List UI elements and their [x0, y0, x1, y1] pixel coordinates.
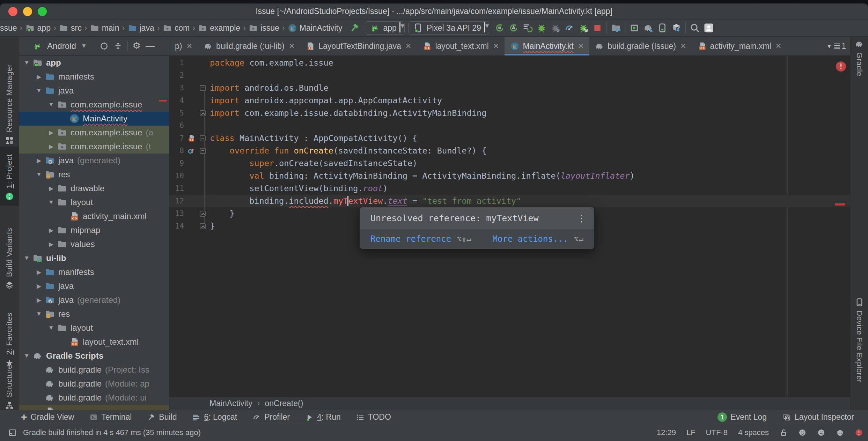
- device-select[interactable]: Pixel 3a API 29 ▼: [408, 21, 489, 35]
- chevron-down-icon[interactable]: ▼: [81, 43, 87, 50]
- code-line-1[interactable]: 1package com.example.issue: [169, 57, 850, 69]
- attach-debugger-icon[interactable]: [549, 21, 562, 35]
- tree-item-java[interactable]: ▶java(generated): [19, 293, 169, 307]
- code-area[interactable]: 1package com.example.issue23import andro…: [169, 56, 850, 397]
- toolwindow-button-layout-inspector[interactable]: Layout Inspector: [783, 412, 854, 422]
- tool-window-tab-project[interactable]: 1: Project: [0, 147, 19, 206]
- tree-closed-arrow-icon[interactable]: ▶: [33, 157, 45, 164]
- tree-open-arrow-icon[interactable]: ▼: [21, 59, 32, 66]
- tree-open-arrow-icon[interactable]: ▼: [21, 255, 32, 262]
- breadcrumb-item-com[interactable]: com: [163, 23, 190, 33]
- tree-open-arrow-icon[interactable]: ▼: [33, 311, 45, 317]
- tool-window-tab-resource-manager[interactable]: Resource Manager: [0, 45, 19, 145]
- tree-item-build-gradle[interactable]: build.gradle(Module: ui: [19, 391, 169, 405]
- fold-marker[interactable]: [197, 207, 208, 220]
- incognito-face-icon[interactable]: [836, 428, 844, 437]
- tool-window-tab-device-file-explorer[interactable]: Device File Explorer: [851, 298, 868, 383]
- tree-item-manifests[interactable]: ▶manifests: [19, 265, 169, 279]
- tree-open-arrow-icon[interactable]: ▼: [33, 171, 45, 178]
- code-line-11[interactable]: 11 setContentView(binding.root): [169, 182, 850, 195]
- code-line-6[interactable]: 6: [169, 119, 850, 132]
- tree-item-manifests[interactable]: ▶manifests: [19, 70, 169, 84]
- tree-item-gradle-scripts[interactable]: ▼Gradle Scripts: [19, 349, 169, 363]
- override-method-icon[interactable]: [185, 144, 197, 157]
- tree-item-java[interactable]: ▶java(generated): [19, 154, 169, 167]
- project-view-selector[interactable]: Android: [47, 41, 76, 51]
- tree-item-mipmap[interactable]: ▶mipmap: [19, 223, 169, 237]
- debug-icon[interactable]: [535, 21, 549, 35]
- tree-item-com-example-issue[interactable]: ▶com.example.issue(t: [19, 140, 169, 154]
- tree-closed-arrow-icon[interactable]: ▶: [45, 227, 57, 234]
- device-manager-icon[interactable]: [655, 21, 669, 35]
- tree-item-activity-main-xml[interactable]: activity_main.xml: [19, 209, 169, 223]
- tree-open-arrow-icon[interactable]: ▼: [45, 199, 57, 206]
- code-line-5[interactable]: 5import com.example.issue.databinding.Ac…: [169, 107, 850, 119]
- code-line-7[interactable]: 7class MainActivity : AppCompatActivity(…: [169, 132, 850, 144]
- breadcrumb-item-main[interactable]: main: [90, 23, 119, 33]
- breadcrumb-item-example[interactable]: example: [198, 23, 240, 33]
- rename-reference-link[interactable]: Rename reference: [370, 234, 451, 244]
- tree-open-arrow-icon[interactable]: ▼: [45, 324, 57, 331]
- tree-closed-arrow-icon[interactable]: ▶: [45, 143, 57, 150]
- breadcrumb-class[interactable]: MainActivity: [209, 399, 252, 408]
- sdk-manager-icon[interactable]: [669, 21, 683, 35]
- tree-item-build-gradle[interactable]: build.gradle(Project: Iss: [19, 363, 169, 377]
- breadcrumb-item-mainactivity[interactable]: MainActivity: [288, 23, 343, 33]
- tree-item-layout-text-xml[interactable]: layout_text.xml: [19, 335, 169, 349]
- gradle-sync-icon[interactable]: [641, 21, 655, 35]
- toolwindow-button-logcat[interactable]: 6: Logcat: [192, 412, 237, 422]
- tree-item-java[interactable]: ▼java: [19, 84, 169, 98]
- tree-open-arrow-icon[interactable]: ▼: [21, 352, 32, 359]
- kebab-menu-icon[interactable]: ⋮: [577, 213, 586, 224]
- code-line-8[interactable]: 8 override fun onCreate(savedInstanceSta…: [169, 144, 850, 157]
- breadcrumb-item-issue[interactable]: issue: [249, 23, 279, 33]
- make-project-icon[interactable]: [347, 21, 361, 35]
- tool-window-tab-build-variants[interactable]: Build Variants: [0, 215, 19, 290]
- error-circle-icon[interactable]: [855, 428, 863, 437]
- editor-tab-activity-main-xml[interactable]: activity_main.xml✕: [692, 37, 787, 55]
- inspection-error-indicator[interactable]: !: [836, 61, 846, 72]
- tree-item-res[interactable]: ▼res: [19, 167, 169, 181]
- tree-item-com-example-issue[interactable]: ▼com.example.issue: [19, 98, 169, 112]
- toolwindow-button-todo[interactable]: TODO: [356, 412, 391, 422]
- code-line-2[interactable]: 2: [169, 69, 850, 82]
- tree-item-com-example-issue[interactable]: ▶com.example.issue(a: [19, 126, 169, 140]
- close-icon[interactable]: ✕: [493, 42, 499, 50]
- lock-open-icon[interactable]: [779, 428, 788, 437]
- apply-changes-icon[interactable]: [493, 21, 507, 35]
- close-icon[interactable]: ✕: [775, 42, 782, 50]
- fold-marker[interactable]: [197, 107, 208, 119]
- tree-item-app[interactable]: ▼app: [19, 56, 169, 70]
- search-everywhere-icon[interactable]: [688, 21, 702, 35]
- toolwindow-button-build[interactable]: Build: [147, 412, 177, 422]
- tree-item-layout[interactable]: ▼layout: [19, 195, 169, 209]
- tree-closed-arrow-icon[interactable]: ▶: [33, 297, 45, 304]
- run-config-select[interactable]: app ▼: [365, 21, 405, 35]
- status-item-4-spaces[interactable]: 4 spaces: [738, 428, 769, 437]
- collapse-all-icon[interactable]: [113, 42, 123, 51]
- more-actions-link[interactable]: More actions...: [493, 234, 568, 244]
- tree-item-values[interactable]: ▶values: [19, 237, 169, 251]
- breadcrumb-method[interactable]: onCreate(): [265, 399, 303, 408]
- frown-face-icon[interactable]: [817, 428, 825, 437]
- editor-tab-build-gradle-ui-lib[interactable]: build.gradle (:ui-lib)✕: [198, 37, 300, 55]
- code-line-12[interactable]: 12 binding.included.myTextView.text = "t…: [169, 195, 850, 207]
- code-line-9[interactable]: 9 super.onCreate(savedInstanceState): [169, 157, 850, 170]
- tool-window-tab-structure[interactable]: Structure: [0, 374, 19, 410]
- tree-item-layout[interactable]: ▼layout: [19, 321, 169, 335]
- toolwindow-button-profiler[interactable]: Profiler: [252, 412, 290, 422]
- rerun-icon[interactable]: [521, 21, 535, 35]
- close-icon[interactable]: ✕: [578, 42, 584, 50]
- code-line-10[interactable]: 10 val binding: ActivityMainBinding = Ac…: [169, 170, 850, 182]
- tree-closed-arrow-icon[interactable]: ▶: [33, 73, 45, 81]
- status-item-12-29[interactable]: 12:29: [657, 428, 676, 437]
- tree-closed-arrow-icon[interactable]: ▶: [33, 283, 45, 290]
- avatar-icon[interactable]: [702, 21, 716, 35]
- tool-window-tab-favorites[interactable]: 2: Favorites★: [0, 294, 19, 368]
- window-layout-icon[interactable]: [8, 428, 17, 437]
- editor-tab-layouttextbinding-java[interactable]: LayoutTextBinding.java✕: [300, 37, 417, 55]
- fold-marker[interactable]: [197, 220, 208, 232]
- error-stripe-mark[interactable]: [835, 203, 845, 205]
- status-item-lf[interactable]: LF: [686, 428, 696, 437]
- gear-icon[interactable]: ⚙: [133, 41, 141, 51]
